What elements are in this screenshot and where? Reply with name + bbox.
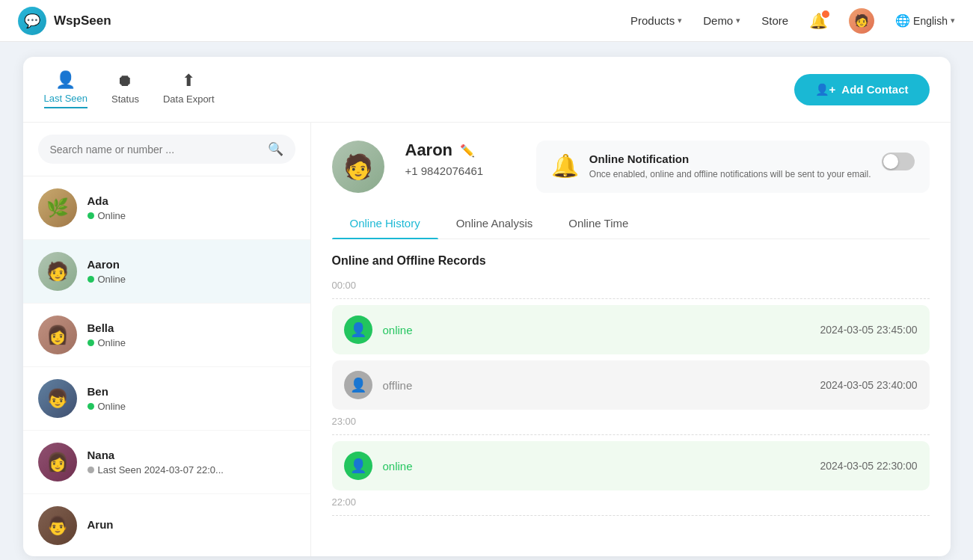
list-item[interactable]: 🌿 Ada Online <box>23 176 310 240</box>
main-content: 👤 Last Seen ⏺ Status ⬆ Data Export 👤+ Ad… <box>0 42 973 560</box>
avatar: 👨 <box>38 506 77 545</box>
avatar: 👩 <box>38 443 77 481</box>
records-title: Online and Offline Records <box>332 254 930 268</box>
list-item[interactable]: 👦 Ben Online <box>23 367 310 431</box>
list-item[interactable]: 👩 Nana Last Seen 2024-03-07 22:0... <box>23 431 310 494</box>
record-timestamp: 2024-03-05 23:40:00 <box>820 379 918 391</box>
header-nav: Products ▾ Demo ▾ Store 🔔 🧑 🌐 English ▾ <box>630 8 955 34</box>
contact-info: Nana Last Seen 2024-03-07 22:0... <box>88 449 295 476</box>
search-wrap: 🔍 <box>23 123 310 176</box>
divider <box>332 515 930 516</box>
contact-info: Arun <box>88 518 295 534</box>
time-label: 23:00 <box>332 416 930 427</box>
chevron-down-icon: ▾ <box>951 16 955 25</box>
online-indicator <box>88 212 94 219</box>
export-icon: ⬆ <box>182 71 195 90</box>
avatar: 🌿 <box>38 188 77 227</box>
notification-toggle[interactable] <box>882 153 915 170</box>
record-row: 👤 offline 2024-03-05 23:40:00 <box>332 360 930 410</box>
status-icon: ⏺ <box>117 71 133 90</box>
contact-info: Ben Online <box>88 385 295 412</box>
avatar: 🧑 <box>38 252 77 291</box>
tab-data-export[interactable]: ⬆ Data Export <box>163 71 215 108</box>
logo-area: 💬 WspSeen <box>18 7 111 35</box>
toggle-knob <box>883 154 898 169</box>
notification-bell[interactable]: 🔔 <box>809 12 828 30</box>
tab-status[interactable]: ⏺ Status <box>111 71 139 108</box>
offline-indicator <box>88 467 94 473</box>
nav-store[interactable]: Store <box>761 14 788 27</box>
logo-icon: 💬 <box>18 7 46 35</box>
online-record-icon: 👤 <box>344 452 372 480</box>
divider <box>332 434 930 435</box>
online-record-icon: 👤 <box>344 316 372 344</box>
record-row: 👤 online 2024-03-05 23:45:00 <box>332 305 930 354</box>
user-avatar[interactable]: 🧑 <box>849 8 874 34</box>
language-selector[interactable]: 🌐 English ▾ <box>895 13 955 28</box>
time-label: 00:00 <box>332 280 930 291</box>
chevron-down-icon: ▾ <box>736 16 740 25</box>
contact-header-row: 🧑 Aaron ✏️ +1 9842076461 🔔 Online Notifi… <box>332 141 930 193</box>
avatar: 👦 <box>38 379 77 418</box>
contact-list: 🌿 Ada Online 🧑 Aaron <box>23 176 310 556</box>
contact-detail-info: Aaron ✏️ +1 9842076461 <box>405 141 515 177</box>
online-indicator <box>88 339 94 346</box>
record-timestamp: 2024-03-05 22:30:00 <box>820 460 918 472</box>
sidebar: 🔍 🌿 Ada Online <box>23 123 311 556</box>
nav-products[interactable]: Products ▾ <box>630 14 682 27</box>
list-item[interactable]: 🧑 Aaron Online <box>23 240 310 304</box>
record-timestamp: 2024-03-05 23:45:00 <box>820 324 918 336</box>
chevron-down-icon: ▾ <box>678 16 682 25</box>
divider <box>332 298 930 299</box>
time-label: 22:00 <box>332 496 930 508</box>
tab-online-time[interactable]: Online Time <box>550 208 646 239</box>
avatar: 👩 <box>38 316 77 354</box>
tab-online-analysis[interactable]: Online Analysis <box>438 208 551 239</box>
tab-online-history[interactable]: Online History <box>332 208 438 239</box>
record-status: online <box>383 324 810 336</box>
nav-demo[interactable]: Demo ▾ <box>703 14 740 27</box>
offline-record-icon: 👤 <box>344 371 372 399</box>
tab-last-seen[interactable]: 👤 Last Seen <box>44 70 88 108</box>
contact-info: Aaron Online <box>88 258 295 285</box>
contact-info: Ada Online <box>88 194 295 221</box>
search-input[interactable] <box>50 144 260 156</box>
globe-icon: 🌐 <box>895 13 910 28</box>
list-item[interactable]: 👩 Bella Online <box>23 304 310 367</box>
notification-box: 🔔 Online Notification Once enabled, onli… <box>536 141 930 193</box>
edit-icon[interactable]: ✏️ <box>460 144 475 158</box>
contact-detail-avatar: 🧑 <box>332 141 384 193</box>
last-seen-icon: 👤 <box>55 70 76 90</box>
add-contact-button[interactable]: 👤+ Add Contact <box>794 74 930 105</box>
card-header: 👤 Last Seen ⏺ Status ⬆ Data Export 👤+ Ad… <box>23 57 951 123</box>
app-name: WspSeen <box>54 13 111 28</box>
record-row: 👤 online 2024-03-05 22:30:00 <box>332 441 930 490</box>
main-card: 👤 Last Seen ⏺ Status ⬆ Data Export 👤+ Ad… <box>23 57 951 556</box>
online-indicator <box>88 276 94 283</box>
record-status: online <box>383 460 810 473</box>
contact-info: Bella Online <box>88 321 295 348</box>
card-body: 🔍 🌿 Ada Online <box>23 123 951 556</box>
notification-badge <box>820 9 831 19</box>
detail-panel: 🧑 Aaron ✏️ +1 9842076461 🔔 Online Notifi… <box>311 123 951 556</box>
search-icon: 🔍 <box>268 141 283 157</box>
detail-tabs: Online History Online Analysis Online Ti… <box>332 208 930 239</box>
record-status: offline <box>383 379 810 392</box>
header: 💬 WspSeen Products ▾ Demo ▾ Store 🔔 🧑 🌐 … <box>0 0 973 42</box>
add-contact-icon: 👤+ <box>815 83 836 96</box>
online-indicator <box>88 403 94 410</box>
notification-bell-icon: 🔔 <box>551 153 579 179</box>
list-item[interactable]: 👨 Arun <box>23 494 310 556</box>
search-input-wrap[interactable]: 🔍 <box>38 135 295 164</box>
records-area: Online and Offline Records 00:00 👤 onlin… <box>332 254 930 538</box>
